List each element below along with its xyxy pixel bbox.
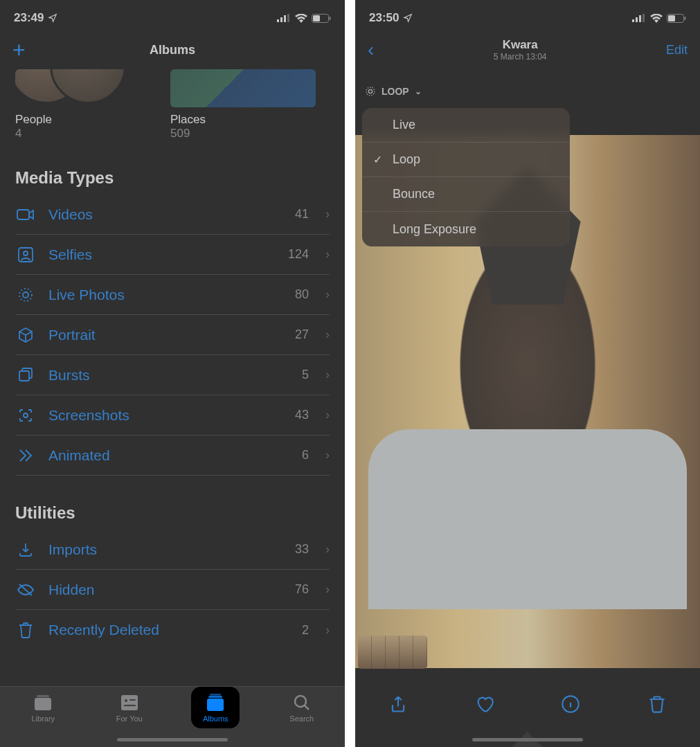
photo-viewer-screen: 23:50 ‹ Kwara 5 March 13:04 Edit LOOP ⌄ … [355,0,700,747]
album-name: People [15,113,161,127]
live-effect-pill[interactable]: LOOP ⌄ [355,75,570,108]
row-label: Bursts [48,367,289,384]
album-places[interactable]: Places 509 [170,69,316,141]
home-indicator[interactable] [472,738,583,741]
menu-item-long-exposure[interactable]: Long Exposure [362,212,570,246]
svg-rect-7 [17,210,29,219]
svg-rect-8 [19,248,33,262]
svg-rect-0 [277,19,279,22]
battery-icon [312,14,331,23]
favorite-button[interactable] [475,694,494,717]
svg-rect-18 [129,699,136,701]
svg-point-9 [24,251,28,255]
location-icon [403,13,413,23]
tab-library[interactable]: Library [19,694,67,723]
delete-button[interactable] [647,694,667,717]
foryou-icon [120,694,139,712]
row-label: Live Photos [48,287,282,303]
tab-albums[interactable]: Albums [191,687,240,728]
svg-rect-30 [685,17,686,20]
chevron-right-icon: › [325,623,330,638]
svg-rect-26 [639,15,641,22]
row-count: 33 [295,542,309,557]
filmstrip[interactable] [355,635,700,669]
svg-rect-22 [210,694,221,696]
albums-screen: 23:49 + Albums People 4 Places 509 [0,0,345,747]
share-icon [388,694,408,714]
svg-rect-5 [313,15,320,21]
svg-rect-1 [280,17,282,22]
menu-item-live[interactable]: Live [362,108,570,143]
tab-search[interactable]: Search [278,694,326,723]
svg-rect-14 [35,698,51,710]
info-button[interactable] [561,694,580,717]
svg-rect-29 [668,15,675,21]
photo-subtitle: 5 March 13:04 [494,52,547,62]
animated-icon [15,447,36,464]
chevron-right-icon: › [325,247,330,262]
row-selfies[interactable]: Selfies 124 › [15,235,330,275]
row-hidden[interactable]: Hidden 76 › [15,570,330,610]
menu-item-bounce[interactable]: Bounce [362,177,570,212]
status-icons [277,14,331,23]
chevron-right-icon: › [325,408,330,422]
svg-point-32 [366,87,375,96]
row-count: 27 [295,327,309,342]
row-imports[interactable]: Imports 33 › [15,530,330,570]
svg-point-11 [19,289,32,301]
tab-label: For You [116,714,143,723]
chevron-right-icon: › [325,368,330,382]
search-icon [293,694,311,712]
filmstrip-item[interactable] [358,636,427,669]
section-media-types: Media Types [15,168,330,188]
heart-icon [475,694,494,714]
svg-rect-6 [330,17,331,20]
tab-label: Search [289,714,314,723]
menu-item-loop[interactable]: Loop [362,143,570,177]
chevron-right-icon: › [325,287,330,302]
selfie-icon [15,246,36,263]
row-count: 5 [302,368,309,382]
status-bar: 23:50 [355,0,700,30]
albums-icon [205,694,226,712]
svg-point-31 [368,89,372,93]
add-button[interactable]: + [12,39,26,61]
edit-button[interactable]: Edit [666,43,688,57]
screenshots-icon [15,407,36,424]
row-count: 6 [302,448,309,462]
row-videos[interactable]: Videos 41 › [15,195,330,235]
row-animated[interactable]: Animated 6 › [15,435,330,476]
row-screenshots[interactable]: Screenshots 43 › [15,395,330,435]
section-utilities: Utilities [15,503,330,523]
svg-rect-21 [208,696,222,698]
chevron-right-icon: › [325,542,330,557]
svg-rect-16 [121,695,138,710]
row-bursts[interactable]: Bursts 5 › [15,355,330,395]
share-button[interactable] [388,694,408,717]
back-button[interactable]: ‹ [368,39,374,61]
home-indicator[interactable] [117,738,228,741]
svg-point-23 [295,696,306,707]
nav-bar: ‹ Kwara 5 March 13:04 Edit [355,30,700,69]
album-people[interactable]: People 4 [15,69,161,141]
status-icons [632,14,686,23]
photo-subject [410,249,645,582]
row-count: 41 [295,207,309,222]
row-count: 76 [295,582,309,597]
photo-area[interactable]: LOOP ⌄ Live Loop Bounce Long Exposure [355,69,700,602]
status-bar: 23:49 [0,0,345,30]
svg-rect-3 [287,14,289,22]
album-name: Places [170,113,316,127]
row-label: Portrait [48,327,282,343]
status-time: 23:50 [369,11,399,25]
nav-title: Albums [150,43,195,57]
live-effect-menu: Live Loop Bounce Long Exposure [362,108,570,246]
row-recently-deleted[interactable]: Recently Deleted 2 › [15,610,330,650]
live-photo-icon [365,86,376,97]
albums-content[interactable]: People 4 Places 509 Media Types Videos 4… [0,69,345,650]
tab-foryou[interactable]: For You [105,694,154,723]
row-live-photos[interactable]: Live Photos 80 › [15,275,330,315]
album-count: 4 [15,127,161,141]
row-portrait[interactable]: Portrait 27 › [15,315,330,355]
svg-point-17 [125,699,127,702]
